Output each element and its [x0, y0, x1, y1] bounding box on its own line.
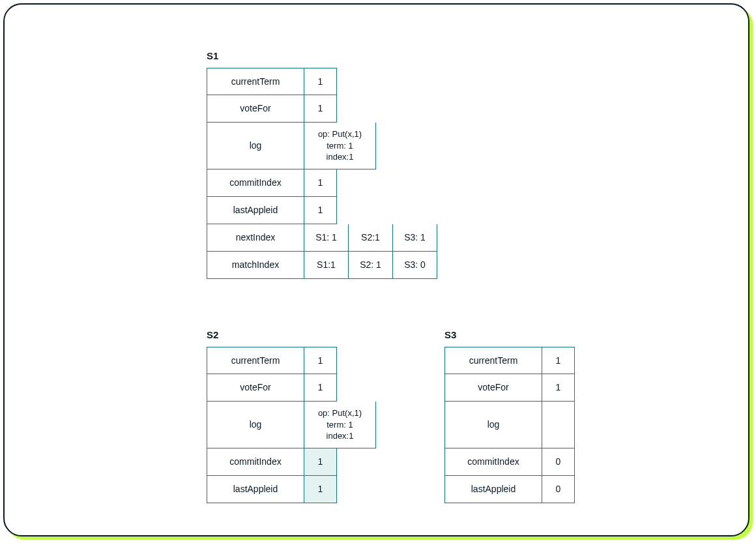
server-s2-title: S2	[207, 329, 376, 340]
s3-lastAppleid-label: lastAppleid	[444, 476, 542, 503]
s2-voteFor-label: voteFor	[207, 374, 304, 402]
s3-log-label: log	[444, 402, 542, 448]
s1-voteFor-value: 1	[304, 95, 337, 123]
s1-nextIndex-s2: S2:1	[349, 224, 393, 252]
s1-nextIndex-s3: S3: 1	[393, 224, 437, 252]
s1-matchIndex-label: matchIndex	[207, 252, 304, 279]
s1-currentTerm-value: 1	[304, 68, 337, 95]
diagram-panel: S1 currentTerm 1 voteFor 1 log op: Put(x…	[3, 3, 749, 536]
s3-commitIndex-label: commitIndex	[444, 448, 542, 476]
server-s2: S2 currentTerm 1 voteFor 1 log op: Put(x…	[207, 329, 376, 503]
s3-currentTerm-label: currentTerm	[444, 347, 542, 374]
server-s1-title: S1	[207, 50, 437, 61]
server-s1: S1 currentTerm 1 voteFor 1 log op: Put(x…	[207, 50, 437, 279]
s1-nextIndex-s1: S1: 1	[304, 224, 349, 252]
s3-commitIndex-value: 0	[542, 448, 575, 476]
s1-commitIndex-label: commitIndex	[207, 169, 304, 197]
s3-voteFor-label: voteFor	[444, 374, 542, 402]
s2-currentTerm-label: currentTerm	[207, 347, 304, 374]
s2-commitIndex-label: commitIndex	[207, 448, 304, 476]
s1-matchIndex-s3: S3: 0	[393, 252, 437, 279]
s1-commitIndex-value: 1	[304, 169, 337, 197]
s1-log-label: log	[207, 123, 304, 169]
s3-voteFor-value: 1	[542, 374, 575, 402]
server-s3: S3 currentTerm 1 voteFor 1 log commitInd…	[444, 329, 575, 503]
s3-lastAppleid-value: 0	[542, 476, 575, 503]
s3-log-empty	[542, 402, 575, 448]
s1-lastAppleid-label: lastAppleid	[207, 197, 304, 224]
s2-lastAppleid-value: 1	[304, 476, 337, 503]
s1-currentTerm-label: currentTerm	[207, 68, 304, 95]
s2-log-entry: op: Put(x,1) term: 1 index:1	[304, 402, 376, 448]
s1-lastAppleid-value: 1	[304, 197, 337, 224]
s1-log-entry: op: Put(x,1) term: 1 index:1	[304, 123, 376, 169]
s2-log-label: log	[207, 402, 304, 448]
s1-matchIndex-s2: S2: 1	[349, 252, 393, 279]
s1-nextIndex-label: nextIndex	[207, 224, 304, 252]
s1-matchIndex-s1: S1:1	[304, 252, 349, 279]
s2-currentTerm-value: 1	[304, 347, 337, 374]
server-s3-title: S3	[444, 329, 575, 340]
s3-currentTerm-value: 1	[542, 347, 575, 374]
s1-voteFor-label: voteFor	[207, 95, 304, 123]
s2-lastAppleid-label: lastAppleid	[207, 476, 304, 503]
s2-voteFor-value: 1	[304, 374, 337, 402]
s2-commitIndex-value: 1	[304, 448, 337, 476]
